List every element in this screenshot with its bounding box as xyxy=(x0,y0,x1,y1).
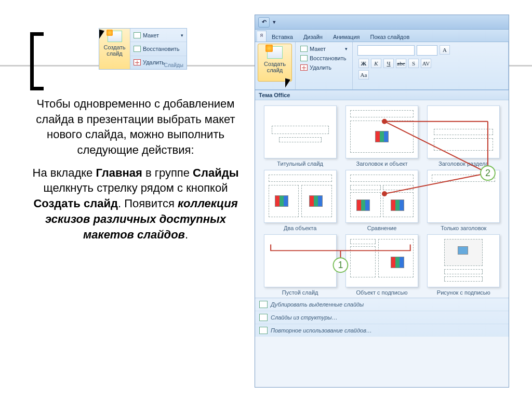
strike-button[interactable]: abc xyxy=(396,59,406,68)
layout-menu-button[interactable]: Макет ▾ xyxy=(130,29,187,42)
slides-commands: Макет▾ Восстановить Удалить xyxy=(296,42,353,89)
tab-design[interactable]: Дизайн xyxy=(298,32,328,42)
new-slide-icon xyxy=(108,31,122,42)
layout-menu-button[interactable]: Макет▾ xyxy=(298,45,350,53)
group-label: Слайды xyxy=(164,62,183,68)
bold-button[interactable]: Ж xyxy=(358,59,369,68)
tab-home-stub[interactable]: я xyxy=(257,31,267,42)
layout-grid: Титульный слайд Заголовок и объект Загол… xyxy=(255,100,509,298)
layout-gallery-dropdown: Тема Office Титульный слайд Заголовок и … xyxy=(255,90,509,387)
layout-title-only[interactable]: Только заголовок xyxy=(424,170,503,231)
outline-icon xyxy=(259,314,268,321)
reset-icon xyxy=(300,55,308,61)
quick-access-toolbar: ↶ ▾ xyxy=(255,15,509,30)
delete-icon xyxy=(134,59,141,65)
delete-icon xyxy=(300,64,308,71)
duplicate-slides-button[interactable]: Дублировать выделенные слайды xyxy=(255,298,509,311)
tab-slideshow[interactable]: Показ слайдов xyxy=(365,32,415,42)
tab-animation[interactable]: Анимация xyxy=(328,32,365,42)
reuse-slides-button[interactable]: Повторное использование слайдов… xyxy=(255,324,509,337)
reset-button[interactable]: Восстановить xyxy=(130,42,187,56)
layout-content-with-caption[interactable]: Объект с подписью xyxy=(342,234,421,296)
reset-label: Восстановить xyxy=(143,46,179,52)
delete-label: Удалить xyxy=(143,59,165,65)
layout-title-slide[interactable]: Титульный слайд xyxy=(260,105,340,167)
new-slide-label: Создать слайд xyxy=(100,44,129,57)
paragraph-1: Чтобы одновременно с добавлением слайда … xyxy=(29,96,242,158)
ribbon-tab-strip: я Вставка Дизайн Анимация Показ слайдов xyxy=(255,30,509,42)
layout-blank[interactable]: Пустой слайд xyxy=(260,234,340,296)
reset-button[interactable]: Восстановить xyxy=(298,54,350,62)
layout-comparison[interactable]: Сравнение xyxy=(342,170,421,231)
chevron-down-icon: ▾ xyxy=(345,46,348,51)
new-slide-label: Создать слайд xyxy=(258,61,291,73)
layout-title-and-content[interactable]: Заголовок и объект xyxy=(342,105,421,167)
reuse-icon xyxy=(259,327,268,334)
undo-button[interactable]: ↶ xyxy=(258,17,270,28)
gallery-footer: Дублировать выделенные слайды Слайды из … xyxy=(255,298,509,337)
chevron-down-icon: ▾ xyxy=(181,33,183,38)
new-slide-button[interactable]: Создать слайд xyxy=(99,29,130,69)
layout-icon xyxy=(134,32,141,38)
delete-button[interactable]: Удалить xyxy=(298,63,350,72)
char-spacing-button[interactable]: AV xyxy=(421,59,431,68)
font-group: A Ж К Ч abc S AV Aa xyxy=(353,42,509,89)
body-text: Чтобы одновременно с добавлением слайда … xyxy=(29,96,242,242)
layout-picture-with-caption[interactable]: Рисунок с подписью xyxy=(424,234,503,296)
reset-icon xyxy=(134,46,141,52)
gallery-header: Тема Office xyxy=(255,90,509,100)
slides-from-outline-button[interactable]: Слайды из структуры… xyxy=(255,311,509,324)
powerpoint-panel: ↶ ▾ я Вставка Дизайн Анимация Показ слай… xyxy=(255,15,509,388)
grow-font-button[interactable]: A xyxy=(440,45,450,55)
bracket-left xyxy=(30,32,44,90)
layout-two-content[interactable]: Два объекта xyxy=(260,170,340,231)
new-slide-icon xyxy=(267,46,283,59)
new-slide-split-button[interactable]: Создать слайд xyxy=(258,44,292,82)
ribbon: Создать слайд Макет▾ Восстановить Удалит… xyxy=(255,42,509,90)
font-family-combo[interactable] xyxy=(357,45,415,56)
layout-icon xyxy=(300,46,308,52)
qat-chevron-down-icon[interactable]: ▾ xyxy=(273,19,276,25)
change-case-button[interactable]: Aa xyxy=(358,70,369,79)
layout-section-header[interactable]: Заголовок раздела xyxy=(424,105,503,167)
duplicate-icon xyxy=(259,301,268,308)
italic-button[interactable]: К xyxy=(371,59,381,68)
tab-insert[interactable]: Вставка xyxy=(267,32,298,42)
font-size-combo[interactable] xyxy=(417,45,437,56)
mini-ribbon-slides-group: Создать слайд Макет ▾ Восстановить Удали… xyxy=(99,28,187,70)
slides-group: Создать слайд xyxy=(255,42,296,89)
underline-button[interactable]: Ч xyxy=(383,59,394,68)
shadow-button[interactable]: S xyxy=(408,59,419,68)
layout-label: Макет xyxy=(143,32,159,38)
paragraph-2: На вкладке Главная в группе Слайды щелкн… xyxy=(29,165,242,242)
